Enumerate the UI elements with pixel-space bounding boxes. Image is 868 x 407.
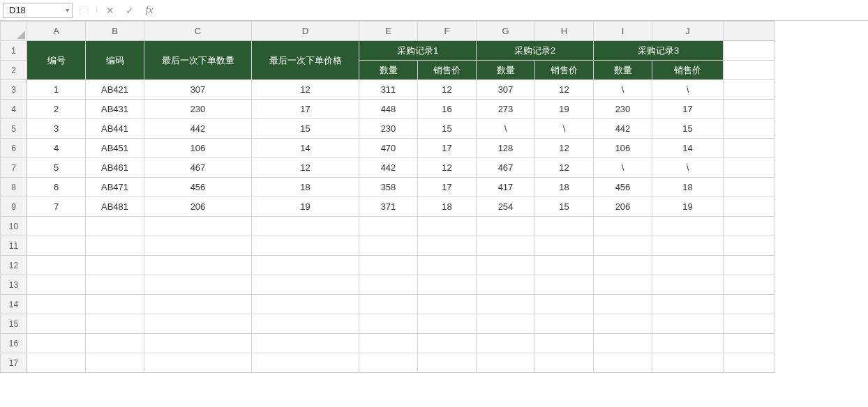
row-header[interactable]: 7 [1,158,27,178]
cell-r1q[interactable]: 371 [359,197,418,217]
row-header[interactable]: 3 [1,80,27,100]
empty-cell[interactable] [724,256,775,275]
expand-handle-icon[interactable]: ⋮⋮ [77,8,97,13]
cell-r3q[interactable]: 442 [594,119,652,139]
empty-cell[interactable] [477,217,535,236]
empty-cell[interactable] [86,256,144,275]
cell-r1q[interactable]: 470 [359,139,418,158]
cell-r1p[interactable]: 12 [418,80,477,100]
cell-lastqty[interactable]: 230 [144,100,252,119]
empty-cell[interactable] [252,217,359,236]
empty-cell[interactable] [535,295,594,314]
row-header[interactable]: 1 [1,41,27,61]
empty-cell[interactable] [594,295,652,314]
empty-cell[interactable] [252,295,359,314]
col-header-pad[interactable] [724,22,775,41]
empty-cell[interactable] [652,217,724,236]
row-header[interactable]: 5 [1,119,27,139]
row-header[interactable]: 10 [1,217,27,236]
empty-cell[interactable] [359,217,418,236]
empty-cell[interactable] [359,353,418,373]
row-header[interactable]: 12 [1,256,27,275]
empty-cell[interactable] [27,256,86,275]
cell-serial[interactable]: 3 [27,119,86,139]
empty-cell[interactable] [27,353,86,373]
cell-code[interactable]: AB421 [86,80,144,100]
cell-r3p[interactable]: \ [652,80,724,100]
empty-cell[interactable] [144,314,252,334]
cancel-button[interactable]: ✕ [101,3,119,18]
empty-cell[interactable] [359,334,418,353]
empty-cell[interactable] [724,314,775,334]
select-all-corner[interactable] [1,22,27,41]
empty-cell[interactable] [86,353,144,373]
cell-serial[interactable]: 6 [27,178,86,197]
cell-lastqty[interactable]: 442 [144,119,252,139]
cell-r2q[interactable]: \ [477,119,535,139]
cell-r2p[interactable]: 12 [535,139,594,158]
empty-cell[interactable] [418,295,477,314]
empty-cell[interactable] [724,236,775,256]
header-record3[interactable]: 采购记录3 [594,41,724,61]
row-header[interactable]: 8 [1,178,27,197]
empty-cell[interactable] [724,158,775,178]
empty-cell[interactable] [418,256,477,275]
cell-lastprice[interactable]: 12 [252,158,359,178]
cell-r1q[interactable]: 448 [359,100,418,119]
empty-cell[interactable] [594,275,652,295]
spreadsheet-area[interactable]: A B C D E F G H I J 1 编号 编码 最后一次下单数量 最后一… [0,21,868,407]
empty-cell[interactable] [144,353,252,373]
cell-lastqty[interactable]: 106 [144,139,252,158]
header-r1-qty[interactable]: 数量 [359,61,418,80]
empty-cell[interactable] [535,334,594,353]
row-header[interactable]: 13 [1,275,27,295]
empty-cell[interactable] [144,275,252,295]
row-header[interactable]: 17 [1,353,27,373]
empty-cell[interactable] [359,236,418,256]
empty-cell[interactable] [724,217,775,236]
header-r3-qty[interactable]: 数量 [594,61,652,80]
row-header[interactable]: 9 [1,197,27,217]
empty-cell[interactable] [252,275,359,295]
cell-r3p[interactable]: 18 [652,178,724,197]
row-header[interactable]: 2 [1,61,27,80]
cell-serial[interactable]: 1 [27,80,86,100]
header-lastqty[interactable]: 最后一次下单数量 [144,41,252,80]
cell-r1q[interactable]: 230 [359,119,418,139]
cell-r3q[interactable]: \ [594,80,652,100]
header-serial[interactable]: 编号 [27,41,86,80]
header-code[interactable]: 编码 [86,41,144,80]
cell-lastqty[interactable]: 467 [144,158,252,178]
empty-cell[interactable] [477,314,535,334]
empty-cell[interactable] [359,256,418,275]
empty-cell[interactable] [652,295,724,314]
empty-cell[interactable] [724,41,775,61]
empty-cell[interactable] [477,275,535,295]
empty-cell[interactable] [418,217,477,236]
cell-r1q[interactable]: 442 [359,158,418,178]
cell-lastprice[interactable]: 19 [252,197,359,217]
empty-cell[interactable] [144,334,252,353]
cell-r1p[interactable]: 17 [418,178,477,197]
empty-cell[interactable] [86,217,144,236]
cell-serial[interactable]: 7 [27,197,86,217]
empty-cell[interactable] [27,295,86,314]
cell-code[interactable]: AB431 [86,100,144,119]
cell-r1p[interactable]: 12 [418,158,477,178]
cell-lastprice[interactable]: 12 [252,80,359,100]
cell-r2p[interactable]: 19 [535,100,594,119]
cell-r3p[interactable]: \ [652,158,724,178]
empty-cell[interactable] [594,256,652,275]
cell-r2p[interactable]: \ [535,119,594,139]
col-header-D[interactable]: D [252,22,359,41]
empty-cell[interactable] [144,295,252,314]
col-header-H[interactable]: H [535,22,594,41]
cell-lastprice[interactable]: 18 [252,178,359,197]
empty-cell[interactable] [418,275,477,295]
col-header-A[interactable]: A [27,22,86,41]
empty-cell[interactable] [144,217,252,236]
empty-cell[interactable] [27,217,86,236]
empty-cell[interactable] [252,236,359,256]
empty-cell[interactable] [535,217,594,236]
empty-cell[interactable] [724,80,775,100]
